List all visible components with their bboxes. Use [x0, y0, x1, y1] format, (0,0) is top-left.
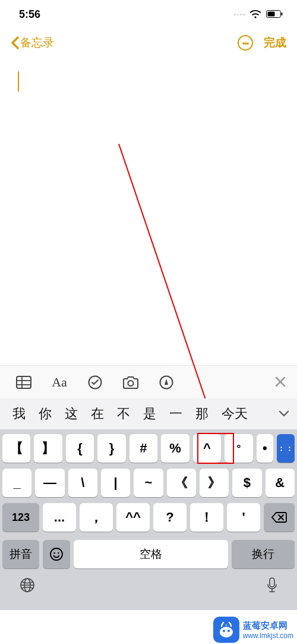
suggestion[interactable]: 你: [32, 405, 58, 423]
key-bullet[interactable]: •: [257, 434, 273, 463]
watermark-title: 蓝莓安卓网: [243, 620, 293, 632]
key-dollar[interactable]: $: [232, 469, 261, 497]
suggestion[interactable]: 一: [163, 405, 189, 423]
key-right-brace[interactable]: }: [97, 434, 125, 463]
key-backspace[interactable]: [264, 503, 295, 532]
format-button[interactable]: Aa: [42, 375, 77, 390]
smiley-icon: [49, 547, 64, 561]
nav-bar: 备忘录 ••• 完成: [0, 29, 297, 57]
keyboard-bottom-bar: [0, 573, 297, 610]
mic-icon: [266, 577, 278, 593]
key-right-black-bracket[interactable]: 】: [34, 434, 62, 463]
key-left-brace[interactable]: {: [66, 434, 94, 463]
key-underscore[interactable]: _: [2, 469, 31, 497]
key-row-1: 【 】 { } # % ^ ° • ：：: [2, 434, 295, 463]
watermark-url: www.lmkjst.com: [243, 632, 293, 640]
key-degree[interactable]: °: [225, 434, 252, 463]
key-backslash[interactable]: \: [68, 469, 97, 497]
key-caret-face[interactable]: ^^: [116, 503, 150, 532]
svg-rect-2: [282, 12, 283, 15]
table-button[interactable]: [6, 376, 42, 389]
key-tilde[interactable]: ~: [134, 469, 163, 497]
status-bar: 5:56: [0, 0, 297, 29]
text-cursor: [18, 71, 19, 92]
backspace-icon: [271, 511, 287, 523]
close-icon: [274, 376, 286, 388]
table-icon: [16, 376, 31, 389]
key-ellipsis[interactable]: ...: [43, 503, 76, 532]
markup-icon: [159, 375, 173, 389]
key-left-black-bracket[interactable]: 【: [2, 434, 30, 463]
key-caret[interactable]: ^: [193, 434, 221, 463]
suggestion-expand[interactable]: [271, 410, 297, 417]
key-123[interactable]: 123: [2, 503, 39, 532]
suggestion-bar: 我 你 这 在 不 是 一 那 今天: [0, 398, 297, 429]
svg-point-14: [58, 552, 59, 554]
checklist-button[interactable]: [77, 375, 113, 389]
svg-rect-18: [270, 578, 274, 587]
back-button[interactable]: 备忘录: [11, 35, 54, 51]
keyboard: 我 你 这 在 不 是 一 那 今天 【 】 { } # % ^ ° • ：：: [0, 398, 297, 610]
chevron-down-icon: [279, 410, 289, 417]
key-left-angle[interactable]: 《: [167, 469, 196, 497]
key-apostrophe[interactable]: ': [227, 503, 260, 532]
mic-button[interactable]: [266, 577, 278, 598]
suggestion[interactable]: 不: [110, 405, 137, 423]
svg-point-20: [223, 630, 225, 632]
wifi-icon: [249, 10, 261, 18]
key-row-3: 123 ... ， ^^ ? ！ ': [2, 503, 295, 532]
key-enter[interactable]: 换行: [232, 540, 295, 568]
svg-point-12: [50, 548, 62, 560]
cell-signal-icon: [234, 14, 245, 15]
note-editor[interactable]: [0, 57, 297, 365]
checklist-icon: [88, 375, 102, 389]
key-emoji[interactable]: [43, 540, 70, 568]
suggestion[interactable]: 那: [189, 405, 215, 423]
suggestion[interactable]: 这: [58, 405, 84, 423]
key-row-2: _ — \ | ~ 《 》 $ &: [2, 469, 295, 497]
more-button[interactable]: •••: [238, 35, 253, 51]
status-indicators: [234, 10, 283, 18]
battery-icon: [266, 10, 283, 18]
toolbar-close-button[interactable]: [274, 373, 291, 392]
note-toolbar: Aa: [0, 365, 297, 398]
markup-button[interactable]: [148, 375, 184, 389]
status-time: 5:56: [19, 8, 40, 21]
key-question[interactable]: ?: [153, 503, 187, 532]
svg-point-10: [128, 381, 134, 386]
key-right-angle[interactable]: 》: [200, 469, 229, 497]
suggestion[interactable]: 是: [137, 405, 163, 423]
key-percent[interactable]: %: [161, 434, 189, 463]
svg-rect-5: [17, 376, 31, 388]
key-ampersand[interactable]: &: [266, 469, 295, 497]
suggestion[interactable]: 今天: [215, 405, 254, 423]
key-exclaim[interactable]: ！: [190, 503, 223, 532]
svg-point-13: [53, 552, 55, 554]
camera-button[interactable]: [113, 376, 148, 389]
svg-point-19: [220, 627, 233, 637]
watermark: 蓝莓安卓网 www.lmkjst.com: [213, 617, 293, 643]
key-space[interactable]: 空格: [74, 540, 228, 568]
done-button[interactable]: 完成: [264, 35, 286, 51]
globe-icon: [19, 577, 36, 593]
chevron-left-icon: [11, 36, 19, 49]
key-pipe[interactable]: |: [101, 469, 130, 497]
key-colon-dots[interactable]: ：：: [277, 434, 295, 463]
watermark-text: 蓝莓安卓网 www.lmkjst.com: [243, 620, 293, 640]
suggestion[interactable]: 在: [84, 405, 110, 423]
key-pinyin[interactable]: 拼音: [2, 540, 39, 568]
key-row-space: 拼音 空格 换行: [0, 540, 297, 573]
key-em-dash[interactable]: —: [35, 469, 64, 497]
camera-icon: [122, 376, 139, 389]
suggestion[interactable]: 我: [6, 405, 32, 423]
key-hash[interactable]: #: [129, 434, 157, 463]
svg-rect-1: [268, 12, 275, 17]
globe-button[interactable]: [19, 577, 36, 598]
svg-point-21: [228, 630, 230, 632]
key-comma[interactable]: ，: [80, 503, 113, 532]
watermark-logo-icon: [213, 617, 239, 643]
back-label: 备忘录: [20, 35, 54, 51]
